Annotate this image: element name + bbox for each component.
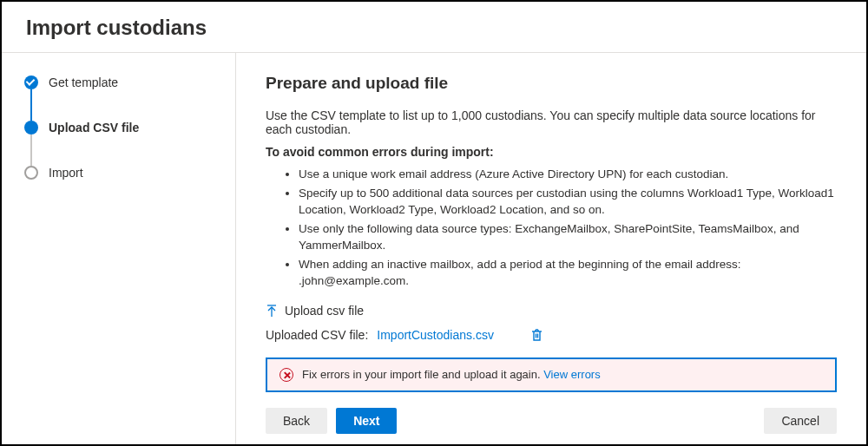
step-upload-csv[interactable]: Upload CSV file [24, 121, 214, 166]
next-button[interactable]: Next [336, 408, 397, 434]
current-step-icon [24, 121, 38, 134]
cancel-button[interactable]: Cancel [764, 408, 837, 434]
error-banner: Fix errors in your import file and uploa… [266, 357, 837, 392]
upcoming-step-icon [24, 166, 38, 180]
error-icon [279, 368, 293, 382]
intro-text: Use the CSV template to list up to 1,000… [266, 108, 837, 136]
dialog-title: Import custodians [26, 16, 842, 40]
subhead-text: To avoid common errors during import: [266, 145, 837, 159]
uploaded-filename-link[interactable]: ImportCustodians.csv [377, 328, 494, 342]
list-item: When adding an inactive mailbox, add a p… [299, 256, 837, 290]
step-label: Get template [49, 75, 118, 89]
upload-icon [266, 304, 278, 318]
guidance-list: Use a unique work email address (Azure A… [299, 166, 837, 290]
list-item: Use a unique work email address (Azure A… [299, 166, 837, 183]
step-get-template[interactable]: Get template [24, 75, 214, 121]
uploaded-label: Uploaded CSV file: [266, 328, 368, 342]
upload-csv-button[interactable]: Upload csv file [266, 304, 837, 318]
upload-label: Upload csv file [285, 304, 364, 318]
step-import[interactable]: Import [24, 166, 214, 180]
list-item: Use only the following data source types… [299, 220, 837, 254]
delete-file-button[interactable] [530, 328, 543, 342]
content-heading: Prepare and upload file [266, 74, 837, 93]
checkmark-icon [24, 75, 38, 89]
dialog-header: Import custodians [2, 2, 866, 53]
trash-icon [530, 328, 543, 342]
back-button[interactable]: Back [266, 408, 327, 434]
error-message: Fix errors in your import file and uploa… [302, 368, 543, 381]
main-content: Prepare and upload file Use the CSV temp… [236, 53, 866, 397]
step-label: Upload CSV file [49, 121, 139, 134]
dialog-footer: Back Next Cancel [236, 397, 866, 444]
stepper-sidebar: Get template Upload CSV file Import [2, 53, 236, 444]
view-errors-link[interactable]: View errors [543, 368, 601, 381]
step-label: Import [49, 166, 83, 180]
list-item: Specify up to 500 additional data source… [299, 185, 837, 219]
uploaded-file-row: Uploaded CSV file: ImportCustodians.csv [266, 328, 837, 342]
